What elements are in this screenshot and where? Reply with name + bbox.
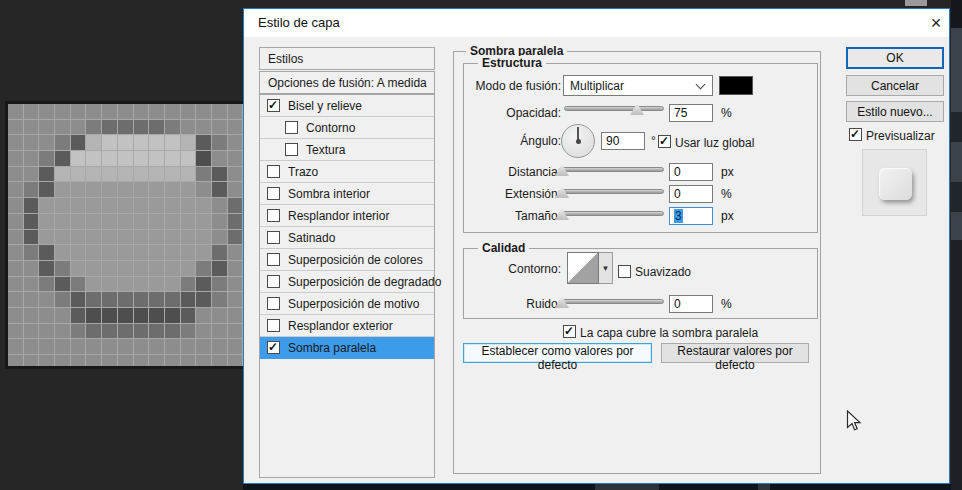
style-item-checkbox[interactable] bbox=[267, 297, 280, 310]
slider-track bbox=[564, 106, 664, 111]
panel-edge-block bbox=[951, 112, 962, 142]
style-list-item[interactable]: Resplandor exterior bbox=[260, 315, 434, 337]
chevron-down-icon bbox=[696, 80, 706, 90]
style-item-checkbox[interactable] bbox=[267, 253, 280, 266]
size-label: Tamaño: bbox=[451, 209, 561, 223]
structure-group-title: Estructura bbox=[478, 56, 546, 70]
angle-label: Ángulo: bbox=[451, 134, 561, 148]
distance-slider[interactable] bbox=[559, 161, 664, 177]
angle-unit: ° bbox=[651, 134, 656, 148]
spread-input[interactable] bbox=[669, 185, 713, 203]
style-item-checkbox[interactable] bbox=[267, 319, 280, 332]
slider-track bbox=[559, 167, 664, 172]
contour-thumbnail[interactable] bbox=[567, 252, 599, 284]
close-icon[interactable]: × bbox=[922, 11, 950, 35]
new-style-button[interactable]: Estilo nuevo... bbox=[846, 101, 944, 122]
contour-dropdown-arrow[interactable]: ▼ bbox=[599, 252, 613, 284]
toolbar-fragment bbox=[905, 0, 927, 6]
angle-input[interactable] bbox=[601, 132, 645, 150]
style-item-checkbox[interactable] bbox=[285, 143, 298, 156]
style-list-item[interactable]: Superposición de motivo bbox=[260, 293, 434, 315]
size-input-selected-text: 3 bbox=[674, 209, 683, 223]
statusbar-segment bbox=[595, 484, 659, 490]
style-item-checkbox[interactable] bbox=[285, 121, 298, 134]
quality-group-title: Calidad bbox=[478, 241, 529, 255]
style-preview-shape bbox=[879, 168, 912, 200]
ok-button[interactable]: OK bbox=[846, 47, 944, 69]
style-item-label: Resplandor interior bbox=[288, 209, 389, 223]
panel-edge-block bbox=[951, 0, 962, 28]
style-item-label: Superposición de degradado bbox=[288, 275, 441, 289]
style-item-checkbox[interactable] bbox=[267, 99, 280, 112]
shadow-color-swatch[interactable] bbox=[719, 76, 753, 95]
style-list-item[interactable]: Sombra paralela bbox=[260, 337, 434, 359]
style-list-item[interactable]: Superposición de colores bbox=[260, 249, 434, 271]
style-item-label: Textura bbox=[306, 143, 345, 157]
blend-mode-dropdown[interactable]: Multiplicar bbox=[563, 75, 713, 96]
spread-label: Extensión: bbox=[451, 187, 561, 201]
noise-input[interactable] bbox=[669, 295, 713, 313]
style-list-item[interactable]: Sombra interior bbox=[260, 183, 434, 205]
styles-list: Bisel y relieveContornoTexturaTrazoSombr… bbox=[259, 94, 435, 478]
statusbar-strip bbox=[243, 484, 951, 490]
noise-slider[interactable] bbox=[559, 293, 664, 309]
style-item-label: Superposición de colores bbox=[288, 253, 423, 267]
styles-header[interactable]: Estilos bbox=[259, 47, 435, 70]
antialias-label: Suavizado bbox=[635, 265, 691, 279]
style-item-label: Sombra paralela bbox=[288, 341, 376, 355]
cancel-button[interactable]: Cancelar bbox=[846, 75, 944, 96]
style-list-item[interactable]: Trazo bbox=[260, 161, 434, 183]
style-item-label: Resplandor exterior bbox=[288, 319, 393, 333]
noise-unit: % bbox=[721, 297, 732, 311]
style-list-item[interactable]: Superposición de degradado bbox=[260, 271, 434, 293]
style-item-checkbox[interactable] bbox=[267, 341, 280, 354]
opacity-input[interactable] bbox=[669, 104, 713, 122]
style-item-checkbox[interactable] bbox=[267, 187, 280, 200]
style-list-item[interactable]: Resplandor interior bbox=[260, 205, 434, 227]
slider-track bbox=[559, 211, 664, 216]
knockout-label: La capa cubre la sombra paralela bbox=[580, 326, 758, 340]
style-item-checkbox[interactable] bbox=[267, 209, 280, 222]
use-global-light-label: Usar luz global bbox=[675, 136, 754, 150]
spread-slider[interactable] bbox=[559, 183, 664, 199]
blend-mode-value: Multiplicar bbox=[570, 79, 624, 93]
opacity-slider[interactable] bbox=[564, 100, 664, 116]
preview-checkbox[interactable] bbox=[849, 128, 862, 141]
opacity-unit: % bbox=[721, 106, 732, 120]
knockout-checkbox[interactable] bbox=[563, 325, 576, 338]
size-slider[interactable] bbox=[559, 205, 664, 221]
angle-dial[interactable] bbox=[561, 124, 595, 158]
set-defaults-button[interactable]: Establecer como valores por defecto bbox=[463, 343, 652, 363]
slider-track bbox=[559, 299, 664, 304]
opacity-label: Opacidad: bbox=[451, 106, 561, 120]
style-item-label: Satinado bbox=[288, 231, 335, 245]
slider-track bbox=[559, 189, 664, 194]
angle-center-dot bbox=[576, 139, 581, 144]
reset-defaults-button[interactable]: Restaurar valores por defecto bbox=[661, 343, 809, 363]
distance-unit: px bbox=[721, 165, 734, 179]
style-list-item[interactable]: Bisel y relieve bbox=[260, 95, 434, 117]
use-global-light-checkbox[interactable] bbox=[658, 135, 671, 148]
style-list-item[interactable]: Textura bbox=[260, 139, 434, 161]
style-item-label: Sombra interior bbox=[288, 187, 370, 201]
style-preview-thumbnail bbox=[862, 149, 927, 216]
styles-header-label: Estilos bbox=[268, 52, 303, 66]
preview-label: Previsualizar bbox=[866, 129, 935, 143]
noise-label: Ruido: bbox=[451, 297, 561, 311]
style-list-item[interactable]: Contorno bbox=[260, 117, 434, 139]
style-item-checkbox[interactable] bbox=[267, 165, 280, 178]
layer-style-dialog: Estilo de capa × Estilos Opciones de fus… bbox=[243, 8, 950, 484]
dialog-titlebar[interactable]: Estilo de capa × bbox=[244, 9, 949, 37]
mouse-cursor-icon bbox=[846, 410, 862, 432]
style-list-item[interactable]: Satinado bbox=[260, 227, 434, 249]
antialias-checkbox[interactable] bbox=[618, 265, 631, 278]
size-input[interactable]: 3 bbox=[669, 207, 713, 225]
blending-options-label: Opciones de fusión: A medida bbox=[268, 76, 427, 90]
style-item-label: Superposición de motivo bbox=[288, 297, 419, 311]
blending-options-item[interactable]: Opciones de fusión: A medida bbox=[259, 71, 435, 94]
style-item-checkbox[interactable] bbox=[267, 275, 280, 288]
document-canvas bbox=[8, 104, 244, 366]
style-item-checkbox[interactable] bbox=[267, 231, 280, 244]
style-item-label: Contorno bbox=[306, 121, 355, 135]
distance-input[interactable] bbox=[669, 163, 713, 181]
